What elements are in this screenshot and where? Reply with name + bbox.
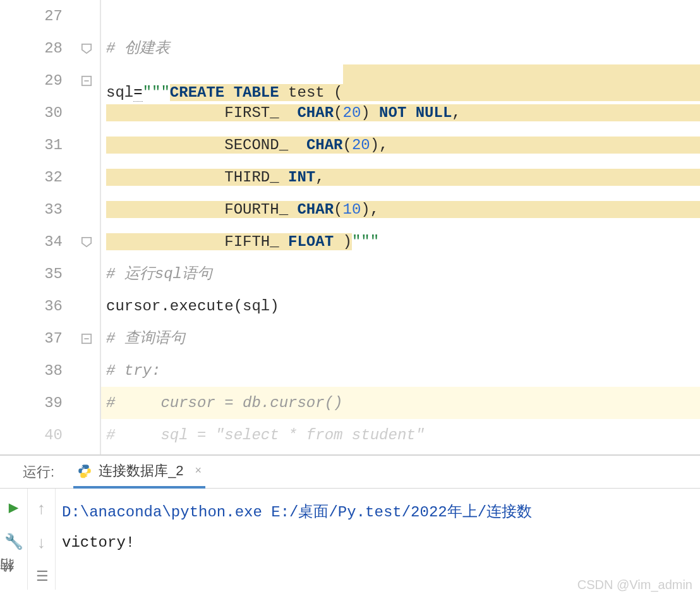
wrench-icon[interactable]: 🔧 [4,533,23,551]
comment: # try: [106,362,160,379]
sql-field: FIFTH_ [224,233,279,250]
code-line-current[interactable]: # cursor = db.cursor() [101,387,700,419]
line-number: 39 [0,387,63,419]
code-line[interactable]: # 查询语句 [101,322,700,355]
comment: # 查询语句 [106,330,185,347]
soft-wrap-icon[interactable]: ☰ [36,568,47,585]
play-icon[interactable]: ▶ [9,497,19,518]
comment: # cursor = db.cursor() [106,394,342,411]
sql-field: FOURTH_ [224,201,288,218]
line-number: 34 [0,226,63,258]
close-icon[interactable]: × [195,464,202,477]
console-output[interactable]: D:\anaconda\python.exe E:/桌面/Py.test/202… [56,489,700,590]
sql-num: 10 [342,201,361,218]
code-line[interactable]: FIRST_ CHAR(20) NOT NULL, [101,97,700,129]
run-panel: 运行: 连接数据库_2 × ▶ 🔧 ↑ ↓ ☰ D:\anaconda\pyth… [0,455,700,590]
code-line[interactable]: THIRD_ INT, [101,161,700,193]
code-line[interactable]: FIFTH_ FLOAT )""" [101,226,700,258]
console-line: victory! [62,534,135,551]
line-number: 33 [0,193,63,226]
fold-start-icon[interactable] [80,332,94,346]
sql-type: INT [288,169,315,186]
code-line[interactable]: FOURTH_ CHAR(10), [101,193,700,226]
run-toolbar-primary: ▶ 🔧 [0,489,28,590]
comment: # 运行sql语句 [106,265,212,283]
comment-text: 创建表 [124,40,170,57]
run-body: ▶ 🔧 ↑ ↓ ☰ D:\anaconda\python.exe E:/桌面/P… [0,489,700,590]
line-number: 35 [0,258,63,290]
sql-type: FLOAT [288,233,334,250]
line-number: 28 [0,32,63,64]
code-line[interactable]: sql="""CREATE TABLE test ( [101,64,700,97]
code-line[interactable]: cursor.execute(sql) [101,290,700,322]
sql-type: CHAR [306,137,343,154]
sql-constraint: NOT NULL [379,104,452,121]
svg-point-5 [87,474,88,475]
line-number: 32 [0,161,63,193]
run-tab[interactable]: 连接数据库_2 × [73,456,205,489]
code-statement: cursor.execute(sql) [106,298,279,315]
fold-start-icon[interactable] [80,74,94,88]
sql-type: CHAR [297,104,334,121]
string-close: """ [352,233,379,250]
svg-point-4 [81,466,83,467]
line-number: 36 [0,290,63,322]
editor-area: 27 28 29 30 31 32 33 34 35 36 37 38 39 4… [0,0,700,455]
console-command: D:\anaconda\python.exe E:/桌面/Py.test/202… [62,504,532,521]
code-line[interactable]: # 运行sql语句 [101,258,700,290]
python-icon [77,463,92,478]
arrow-up-icon[interactable]: ↑ [37,500,47,519]
fold-end-icon[interactable] [80,42,94,56]
code-line[interactable]: # 创建表 [101,32,700,64]
line-number: 30 [0,97,63,129]
sql-num: 20 [352,137,370,154]
sql-type: CHAR [297,201,334,218]
sql-field: THIRD_ [224,169,279,186]
run-toolbar-secondary: ↑ ↓ ☰ [28,489,56,590]
line-number: 31 [0,129,63,161]
comment: # sql = "select * from student" [106,427,425,444]
code-area[interactable]: # 创建表 sql="""CREATE TABLE test ( FIRST_ … [101,0,700,454]
line-number: 29 [0,64,63,97]
line-number: 37 [0,322,63,355]
run-label: 运行: [23,463,54,482]
paren-close: ) [342,233,351,250]
line-number: 40 [0,419,63,451]
run-tabs: 运行: 连接数据库_2 × [0,456,700,489]
fold-gutter [76,0,101,454]
line-number-gutter: 27 28 29 30 31 32 33 34 35 36 37 38 39 4… [0,0,76,454]
line-number: 27 [0,0,63,32]
run-tab-label: 连接数据库_2 [99,461,183,480]
sql-num: 20 [342,104,361,121]
code-line[interactable]: # sql = "select * from student" [101,419,700,451]
code-line[interactable]: # try: [101,355,700,387]
comment-prefix: # [106,40,124,57]
arrow-down-icon[interactable]: ↓ [37,534,47,553]
watermark: CSDN @Vim_admin [577,578,692,592]
sql-field: SECOND_ [224,137,288,154]
fold-end-icon[interactable] [80,235,94,249]
code-line[interactable]: SECOND_ CHAR(20), [101,129,700,161]
sql-field: FIRST_ [224,104,279,121]
code-line[interactable] [101,0,700,32]
line-number: 38 [0,355,63,387]
